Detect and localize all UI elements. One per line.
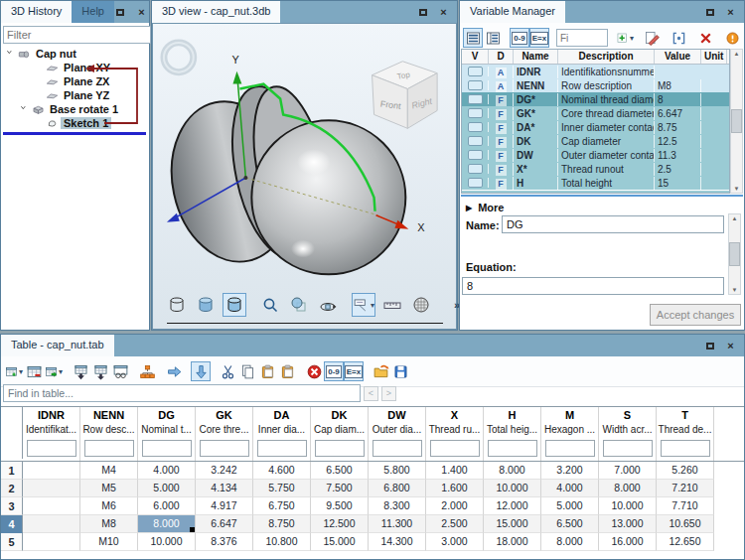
mesh-display-button[interactable] [409,293,433,317]
column-filter-input[interactable] [430,440,480,457]
visibility-checkbox[interactable] [468,67,483,76]
variable-value-cell[interactable]: 2.5 [655,163,701,176]
column-header-dw[interactable]: DWOuter dia... [369,407,426,461]
column-filter-input[interactable] [545,440,595,457]
variable-row-dw[interactable]: FDWOuter diameter contac...11.3 [462,148,729,162]
cell-s-row2[interactable]: 8.000 [599,480,657,497]
cell-t-row3[interactable]: 7.710 [657,497,714,515]
tree-item-plane-zx[interactable]: Plane ZX [1,74,149,88]
visibility-cell[interactable] [462,136,489,146]
column-filter-input[interactable] [84,440,134,457]
open-table-button[interactable] [371,361,390,381]
cell-h-row5[interactable]: 18.000 [484,533,541,551]
cell-gk-row3[interactable]: 4.917 [196,497,253,515]
variable-row-dg[interactable]: FDG*Nominal thread diameter8 [462,92,729,106]
variable-name-input[interactable] [502,215,724,233]
cell-idnr-row1[interactable] [23,462,80,480]
visibility-cell[interactable] [462,178,489,188]
visibility-checkbox[interactable] [468,94,483,104]
tree-item-plane-xy[interactable]: Plane XY [1,61,149,74]
variable-name-cell[interactable]: DG* [514,93,558,106]
save-table-button[interactable] [390,361,410,381]
delete-row-button[interactable] [24,361,44,381]
history-filter-input[interactable] [3,26,151,44]
column-filter-input[interactable] [142,440,192,457]
cell-da-row5[interactable]: 10.800 [253,533,311,551]
variable-name-cell[interactable]: IDNR [514,66,558,78]
variable-row-da[interactable]: FDA*Inner diameter contact...8.75 [462,120,729,134]
column-header-x[interactable]: XThread ru... [426,407,484,461]
variable-name-cell[interactable]: X* [514,163,558,176]
cell-m-row5[interactable]: 8.000 [541,533,599,551]
column-filter-input[interactable] [315,440,365,457]
row-header-5[interactable]: 5 [1,533,23,551]
cell-t-row2[interactable]: 7.210 [657,480,714,497]
variable-value-cell[interactable]: 6.647 [655,107,701,120]
cap-nut-model[interactable]: Top Front Right Y [153,24,456,329]
column-header-m[interactable]: MHexagon ... [541,407,599,461]
variables-scrollbar[interactable]: ▲ ▼ [730,49,743,194]
transparency-button[interactable] [287,293,311,317]
cell-h-row4[interactable]: 15.000 [484,515,541,533]
tree-item-plane-yz[interactable]: Plane YZ [1,88,149,102]
variable-row-idnr[interactable]: AIDNRIdentifikationsnummer [462,65,729,78]
cell-s-row4[interactable]: 13.000 [599,515,657,533]
cell-m-row4[interactable]: 6.500 [541,515,599,533]
cell-idnr-row4[interactable] [23,515,80,533]
visibility-cell[interactable] [462,94,489,104]
cell-x-row2[interactable]: 1.600 [426,480,484,497]
variable-value-cell[interactable]: 12.5 [655,135,701,148]
tab-help[interactable]: Help [72,1,114,23]
display-wireframe-button[interactable] [165,293,189,317]
cell-h-row2[interactable]: 10.000 [484,480,541,497]
column-filter-input[interactable] [603,440,653,457]
variable-description-cell[interactable]: Core thread diameter [558,107,655,120]
cell-t-row5[interactable]: 12.650 [657,533,714,551]
chevron-down-icon[interactable] [5,48,17,60]
annotation-button[interactable]: ▾ [352,293,375,317]
column-header-idnr[interactable]: IDNRIdentifikat... [23,407,80,461]
cell-dk-row3[interactable]: 9.500 [311,497,369,515]
cell-dw-row1[interactable]: 5.800 [369,462,426,480]
tab-3d-view[interactable]: 3D view - cap_nut.3db [152,1,280,23]
cell-nenn-row4[interactable]: M8 [80,515,138,533]
add-variable-button[interactable]: ▾ [615,28,635,48]
vm-column-header-v[interactable]: V [462,50,489,64]
chevron-down-icon[interactable] [19,103,31,115]
cell-h-row3[interactable]: 12.000 [484,497,541,515]
cell-da-row4[interactable]: 8.750 [253,515,311,533]
maximize-icon[interactable] [114,6,127,19]
cell-dk-row5[interactable]: 15.000 [311,533,369,551]
find-next-button[interactable]: > [381,386,396,401]
tree-item-cap-nut[interactable]: Cap nut [1,47,149,61]
variable-row-gk[interactable]: FGK*Core thread diameter6.647 [462,106,729,120]
visibility-checkbox[interactable] [468,108,483,118]
variable-name-cell[interactable]: DK [514,135,558,148]
cell-dw-row2[interactable]: 6.800 [369,480,426,497]
visibility-cell[interactable] [462,80,489,90]
cell-gk-row2[interactable]: 4.134 [196,480,253,497]
zoom-window-button[interactable] [258,293,282,317]
cell-idnr-row3[interactable] [23,497,80,515]
cell-dw-row5[interactable]: 14.300 [369,533,426,551]
cell-dw-row4[interactable]: 11.300 [369,515,426,533]
show-equations-button[interactable]: E=x [344,361,364,381]
variable-row-h[interactable]: FHTotal height15 [462,176,729,190]
more-expander[interactable]: ▶ More [466,202,504,213]
visibility-checkbox[interactable] [468,150,483,160]
column-header-nenn[interactable]: NENNRow desc... [80,407,138,461]
paste-special-button[interactable] [277,361,297,381]
column-header-da[interactable]: DAInner dia... [253,407,311,461]
cell-nenn-row5[interactable]: M10 [80,533,138,551]
variable-name-cell[interactable]: DA* [514,121,558,134]
cell-da-row1[interactable]: 4.600 [253,462,311,480]
table-structure-button[interactable] [137,361,157,381]
cell-dg-row1[interactable]: 4.000 [138,462,196,480]
variable-name-cell[interactable]: DW [514,149,558,162]
column-filter-input[interactable] [200,440,249,457]
variable-row-nenn[interactable]: ANENNRow descriptionM8 [462,78,729,92]
cell-dk-row1[interactable]: 6.500 [311,462,369,480]
viewport-3d[interactable]: Top Front Right Y [152,23,457,330]
variable-description-cell[interactable]: Identifikationsnummer [558,66,655,78]
add-column-button[interactable]: ▾ [44,361,64,381]
